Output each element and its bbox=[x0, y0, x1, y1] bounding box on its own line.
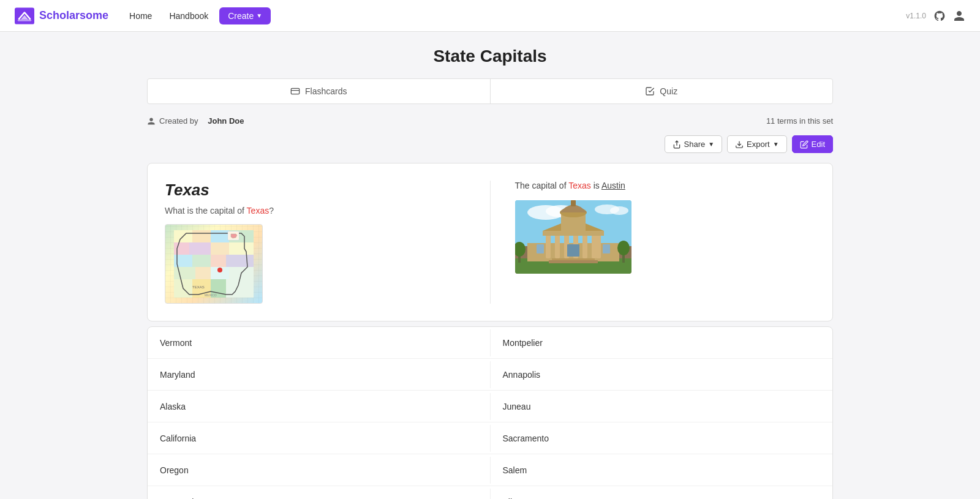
share-button[interactable]: Share ▼ bbox=[665, 135, 723, 153]
export-icon bbox=[735, 140, 744, 149]
svg-rect-16 bbox=[192, 255, 211, 267]
capitol-svg bbox=[515, 200, 631, 274]
svg-point-57 bbox=[617, 241, 630, 255]
svg-rect-18 bbox=[226, 255, 254, 267]
user-small-icon bbox=[147, 117, 156, 126]
quiz-icon bbox=[645, 86, 655, 96]
featured-answer: The capital of Texas is Austin bbox=[515, 181, 816, 190]
svg-rect-43 bbox=[582, 234, 587, 258]
github-icon[interactable] bbox=[933, 10, 946, 22]
page-title: State Capitals bbox=[147, 47, 833, 66]
term-state: Maryland bbox=[148, 361, 491, 388]
brand-logo-link[interactable]: Scholarsome bbox=[15, 7, 108, 24]
term-state: California bbox=[148, 425, 491, 452]
featured-term: Texas bbox=[165, 181, 466, 200]
svg-point-25 bbox=[217, 268, 222, 272]
navbar: Scholarsome Home Handbook Create ▼ v1.1.… bbox=[0, 0, 980, 32]
version-label: v1.1.0 bbox=[906, 12, 926, 20]
terms-list: VermontMontpelierMarylandAnnapolisAlaska… bbox=[147, 326, 833, 499]
share-icon bbox=[673, 140, 681, 149]
svg-rect-39 bbox=[546, 234, 551, 258]
action-buttons: Share ▼ Export ▼ Edit bbox=[147, 135, 833, 153]
share-caret: ▼ bbox=[708, 141, 714, 148]
flashcard-icon bbox=[290, 86, 300, 96]
term-row: New YorkAlbany bbox=[148, 486, 832, 499]
term-row: AlaskaJuneau bbox=[148, 391, 832, 422]
tab-quiz[interactable]: Quiz bbox=[491, 79, 833, 103]
brand-logo-icon bbox=[15, 7, 34, 24]
term-capital: Juneau bbox=[491, 393, 833, 420]
export-caret: ▼ bbox=[773, 141, 779, 148]
featured-left: Texas What is the capital of Texas? bbox=[165, 181, 491, 304]
term-state: Oregon bbox=[148, 457, 491, 484]
tab-bar: Flashcards Quiz bbox=[147, 78, 833, 104]
term-state: Vermont bbox=[148, 329, 491, 356]
term-capital: Annapolis bbox=[491, 361, 833, 388]
author-name: John Doe bbox=[208, 116, 244, 126]
svg-rect-53 bbox=[567, 244, 579, 257]
svg-rect-14 bbox=[229, 242, 254, 255]
brand-name: Scholarsome bbox=[39, 9, 108, 22]
featured-question: What is the capital of Texas? bbox=[165, 206, 466, 216]
page-content: State Capitals Flashcards Quiz Created b… bbox=[135, 32, 845, 499]
nav-handbook[interactable]: Handbook bbox=[163, 9, 214, 23]
term-capital: Salem bbox=[491, 457, 833, 484]
svg-rect-52 bbox=[603, 244, 610, 253]
term-capital: Sacramento bbox=[491, 425, 833, 452]
created-by: Created by John Doe bbox=[147, 116, 244, 126]
svg-rect-13 bbox=[211, 242, 229, 255]
term-row: VermontMontpelier bbox=[148, 327, 832, 359]
meta-row: Created by John Doe 11 terms in this set bbox=[147, 116, 833, 126]
svg-rect-12 bbox=[189, 242, 211, 255]
texas-shape-svg: TEXAS MEXICO bbox=[174, 230, 254, 298]
svg-rect-51 bbox=[537, 244, 544, 253]
nav-right: v1.1.0 bbox=[906, 10, 965, 22]
capitol-image bbox=[515, 200, 631, 274]
export-button[interactable]: Export ▼ bbox=[727, 135, 786, 153]
svg-rect-8 bbox=[192, 230, 211, 242]
edit-button[interactable]: Edit bbox=[792, 135, 833, 153]
svg-rect-20 bbox=[195, 267, 211, 279]
nav-home[interactable]: Home bbox=[123, 9, 158, 23]
term-row: CaliforniaSacramento bbox=[148, 422, 832, 454]
svg-rect-19 bbox=[174, 267, 195, 279]
svg-rect-9 bbox=[211, 230, 229, 242]
term-row: MarylandAnnapolis bbox=[148, 359, 832, 391]
svg-rect-2 bbox=[291, 88, 299, 94]
svg-rect-44 bbox=[592, 234, 597, 258]
svg-text:TEXAS: TEXAS bbox=[192, 285, 205, 289]
term-capital: Montpelier bbox=[491, 329, 833, 356]
svg-rect-1 bbox=[18, 19, 31, 21]
svg-rect-38 bbox=[549, 260, 598, 263]
term-state: New York bbox=[148, 489, 491, 500]
create-button[interactable]: Create ▼ bbox=[219, 7, 271, 24]
term-capital: Albany bbox=[491, 489, 833, 500]
tab-flashcards[interactable]: Flashcards bbox=[148, 79, 491, 103]
term-state: Alaska bbox=[148, 393, 491, 420]
svg-rect-45 bbox=[596, 234, 601, 258]
featured-card: Texas What is the capital of Texas? bbox=[147, 163, 833, 321]
svg-text:MEXICO: MEXICO bbox=[205, 293, 217, 297]
nav-links: Home Handbook Create ▼ bbox=[123, 7, 906, 24]
featured-right: The capital of Texas is Austin bbox=[491, 181, 816, 304]
svg-rect-40 bbox=[555, 234, 560, 258]
svg-rect-11 bbox=[174, 242, 189, 255]
terms-count: 11 terms in this set bbox=[766, 116, 833, 126]
term-row: OregonSalem bbox=[148, 454, 832, 486]
svg-point-34 bbox=[610, 206, 628, 215]
user-icon[interactable] bbox=[953, 10, 965, 22]
svg-rect-46 bbox=[543, 231, 604, 236]
svg-rect-17 bbox=[211, 255, 226, 267]
edit-icon bbox=[800, 140, 809, 149]
texas-map-image: TEXAS MEXICO bbox=[165, 224, 263, 304]
create-caret-icon: ▼ bbox=[256, 12, 262, 19]
svg-rect-50 bbox=[571, 200, 576, 206]
